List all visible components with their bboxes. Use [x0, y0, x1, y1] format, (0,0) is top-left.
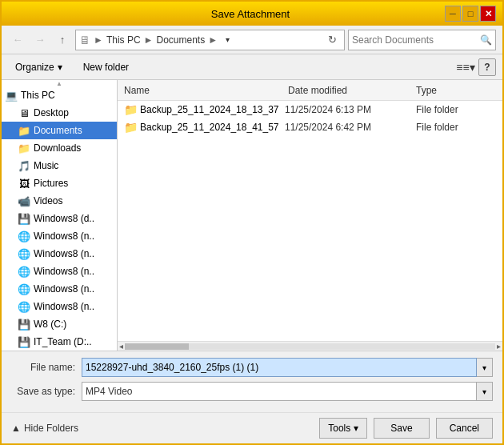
- savetype-label: Save as type:: [11, 386, 75, 397]
- desktop-icon: 🖥: [18, 106, 30, 119]
- filename-row: File name: ▾: [11, 358, 493, 377]
- view-options-button[interactable]: ≡≡ ▾: [456, 58, 475, 77]
- downloads-icon: 📁: [18, 142, 30, 154]
- folder-icon-1: 📁: [124, 103, 137, 116]
- sidebar-item-desktop[interactable]: 🖥 Desktop: [2, 104, 117, 122]
- w8c-icon: 💾: [18, 318, 30, 331]
- file-name-2: Backup_25_11_2024_18_41_57: [140, 122, 282, 133]
- file-row[interactable]: 📁 Backup_25_11_2024_18_41_57 11/25/2024 …: [118, 118, 502, 136]
- organize-button[interactable]: Organize ▾: [8, 58, 70, 77]
- scroll-indicator-top: ▲: [2, 80, 117, 86]
- sidebar-item-windows8-n3[interactable]: 🌐 Windows8 (n..: [2, 263, 117, 280]
- sidebar-item-documents[interactable]: 📁 Documents: [2, 122, 117, 139]
- address-this-pc[interactable]: This PC: [106, 34, 141, 46]
- sidebar-item-downloads[interactable]: 📁 Downloads: [2, 139, 117, 157]
- savetype-dropdown-button[interactable]: ▾: [477, 382, 493, 401]
- title-bar: Save Attachment ─ □ ✕: [2, 2, 502, 26]
- maximize-button[interactable]: □: [462, 6, 478, 22]
- network-4-icon: 🌐: [18, 283, 30, 295]
- file-list-header: Name Date modified Type: [118, 80, 502, 101]
- horizontal-scrollbar[interactable]: ◂ ▸: [118, 341, 502, 351]
- search-box: 🔍: [348, 30, 496, 50]
- back-button[interactable]: ←: [8, 30, 27, 50]
- network-1-icon: 🌐: [18, 230, 30, 243]
- scrollbar-thumb[interactable]: [125, 343, 189, 350]
- file-date-2: 11/25/2024 6:42 PM: [285, 122, 413, 133]
- sidebar-item-windows8-n4[interactable]: 🌐 Windows8 (n..: [2, 280, 117, 298]
- network-2-icon: 🌐: [18, 247, 30, 260]
- tools-arrow-icon: ▾: [354, 423, 358, 434]
- sidebar-item-videos[interactable]: 📹 Videos: [2, 192, 117, 210]
- savetype-input-wrapper: MP4 Video AVI MKV ▾: [82, 382, 493, 401]
- tools-button[interactable]: Tools ▾: [319, 418, 367, 439]
- network-5-icon: 🌐: [18, 300, 30, 313]
- search-icon: 🔍: [480, 34, 492, 46]
- view-icon: ≡≡: [456, 61, 469, 74]
- column-type-header[interactable]: Type: [416, 85, 496, 96]
- network-3-icon: 🌐: [18, 265, 30, 278]
- scroll-right-icon[interactable]: ▸: [495, 342, 502, 351]
- sidebar-item-this-pc[interactable]: 💻 This PC: [2, 86, 117, 104]
- close-button[interactable]: ✕: [480, 6, 496, 22]
- sidebar-item-it-team[interactable]: 💾 IT_Team (D:..: [2, 333, 117, 351]
- file-row[interactable]: 📁 Backup_25_11_2024_18_13_37 11/25/2024 …: [118, 101, 502, 118]
- sidebar-item-windows8-n2[interactable]: 🌐 Windows8 (n..: [2, 245, 117, 263]
- sidebar-item-windows8-d[interactable]: 💾 Windows8 (d..: [2, 210, 117, 227]
- scrollbar-track[interactable]: [125, 343, 495, 350]
- sidebar-item-music[interactable]: 🎵 Music: [2, 157, 117, 174]
- sidebar-item-windows8-n1[interactable]: 🌐 Windows8 (n..: [2, 227, 117, 245]
- this-pc-icon: 💻: [5, 89, 18, 102]
- address-bar-icon: 🖥: [79, 34, 90, 46]
- new-folder-button[interactable]: New folder: [76, 58, 136, 77]
- filename-label: File name:: [11, 362, 75, 373]
- column-date-header[interactable]: Date modified: [288, 85, 416, 96]
- minimize-button[interactable]: ─: [445, 6, 461, 22]
- scroll-left-icon[interactable]: ◂: [118, 342, 125, 351]
- up-button[interactable]: ↑: [53, 30, 72, 50]
- documents-icon: 📁: [18, 124, 30, 137]
- address-bar: 🖥 ► This PC ► Documents ► ▾ ↻: [75, 30, 345, 50]
- view-arrow-icon: ▾: [470, 61, 475, 74]
- filename-input[interactable]: [82, 358, 477, 377]
- sidebar-item-windows8-n5[interactable]: 🌐 Windows8 (n..: [2, 298, 117, 315]
- sidebar-item-pictures[interactable]: 🖼 Pictures: [2, 174, 117, 192]
- hide-folders-button[interactable]: ▲ Hide Folders: [11, 423, 78, 434]
- window-title: Save Attachment: [56, 8, 445, 20]
- main-content: Name Date modified Type 📁 Backup_25_11_2…: [118, 80, 502, 351]
- save-button[interactable]: Save: [374, 418, 429, 439]
- action-buttons: Tools ▾ Save Cancel: [319, 418, 493, 439]
- savetype-select[interactable]: MP4 Video AVI MKV: [82, 382, 477, 401]
- sidebar-item-w8c[interactable]: 💾 W8 (C:): [2, 315, 117, 333]
- address-documents[interactable]: Documents: [156, 34, 205, 46]
- file-date-1: 11/25/2024 6:13 PM: [285, 104, 413, 115]
- file-type-2: File folder: [416, 122, 496, 133]
- filename-dropdown-button[interactable]: ▾: [477, 358, 493, 377]
- pictures-icon: 🖼: [18, 177, 30, 190]
- music-icon: 🎵: [18, 159, 30, 172]
- bottom-form: File name: ▾ Save as type: MP4 Video AVI…: [2, 351, 502, 412]
- videos-icon: 📹: [18, 194, 30, 207]
- sidebar: ▲ 💻 This PC 🖥 Desktop 📁 Documents 📁 Down…: [2, 80, 118, 351]
- toolbar2-right: ≡≡ ▾ ?: [456, 58, 496, 77]
- refresh-button[interactable]: ↻: [323, 31, 341, 49]
- file-name-1: Backup_25_11_2024_18_13_37: [140, 104, 282, 115]
- forward-button[interactable]: →: [30, 30, 50, 50]
- secondary-toolbar: Organize ▾ New folder ≡≡ ▾ ?: [2, 54, 502, 80]
- bottom-actions: ▲ Hide Folders Tools ▾ Save Cancel: [2, 412, 502, 443]
- search-input[interactable]: [352, 34, 480, 46]
- it-team-icon: 💾: [18, 335, 30, 348]
- content-area: ▲ 💻 This PC 🖥 Desktop 📁 Documents 📁 Down…: [2, 80, 502, 351]
- filename-input-wrapper: ▾: [82, 358, 493, 377]
- savetype-row: Save as type: MP4 Video AVI MKV ▾: [11, 382, 493, 401]
- file-type-1: File folder: [416, 104, 496, 115]
- help-button[interactable]: ?: [478, 58, 496, 76]
- hide-folders-arrow-icon: ▲: [11, 423, 21, 434]
- organize-arrow-icon: ▾: [58, 62, 62, 73]
- drive-d-icon: 💾: [18, 212, 30, 225]
- file-list: 📁 Backup_25_11_2024_18_13_37 11/25/2024 …: [118, 101, 502, 341]
- navigation-toolbar: ← → ↑ 🖥 ► This PC ► Documents ► ▾ ↻ 🔍: [2, 26, 502, 54]
- cancel-button[interactable]: Cancel: [436, 418, 493, 439]
- column-name-header[interactable]: Name: [124, 85, 288, 96]
- folder-icon-2: 📁: [124, 121, 137, 134]
- address-dropdown-button[interactable]: ▾: [221, 32, 234, 48]
